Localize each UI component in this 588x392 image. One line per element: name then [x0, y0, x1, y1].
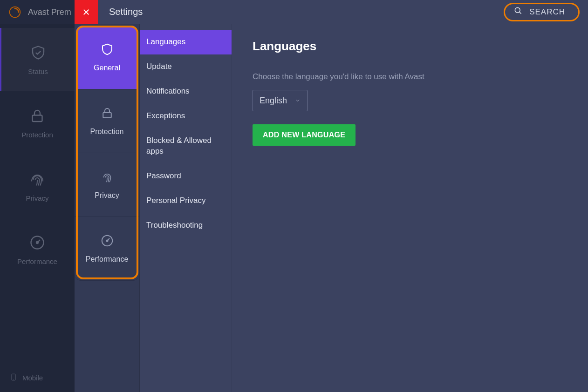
mobile-icon [9, 373, 18, 383]
lock-icon [100, 106, 114, 120]
settings-panel: Settings SEARCH General Protection Priva… [75, 0, 588, 392]
avast-logo-icon [8, 6, 21, 19]
category-label: Protection [90, 128, 123, 136]
subnav-troubleshooting[interactable]: Troubleshooting [140, 213, 232, 238]
content-description: Choose the language you'd like to use wi… [253, 72, 567, 81]
subnav-notifications[interactable]: Notifications [140, 79, 232, 104]
subnav-languages[interactable]: Languages [140, 30, 232, 54]
category-label: Performance [86, 255, 129, 264]
subnav-exceptions[interactable]: Exceptions [140, 104, 232, 128]
svg-rect-1 [33, 115, 42, 122]
lock-icon [29, 108, 46, 124]
category-label: General [94, 64, 120, 72]
mobile-label: Mobile [22, 374, 43, 382]
chevron-down-icon [295, 96, 301, 106]
main-sidebar-item-protection[interactable]: Protection [0, 91, 75, 155]
fingerprint-icon [29, 171, 46, 188]
svg-point-5 [515, 7, 520, 13]
close-button[interactable] [75, 0, 98, 24]
category-protection[interactable]: Protection [75, 89, 139, 153]
main-sidebar-item-status[interactable]: Status [0, 28, 75, 91]
settings-content: Languages Choose the language you'd like… [232, 24, 588, 392]
main-sidebar-item-privacy[interactable]: Privacy [0, 155, 75, 218]
main-sidebar-mobile[interactable]: Mobile [0, 364, 75, 392]
subnav-update[interactable]: Update [140, 54, 232, 79]
settings-subnav: Languages Update Notifications Exception… [140, 24, 232, 392]
language-select-value: English [260, 96, 287, 106]
search-button[interactable]: SEARCH [504, 3, 580, 21]
settings-category-column: General Protection Privacy Performance [75, 24, 140, 392]
main-sidebar: Status Protection Privacy Performance Mo… [0, 24, 75, 392]
svg-point-3 [36, 242, 38, 243]
search-icon [513, 6, 523, 18]
main-sidebar-label: Performance [17, 257, 57, 265]
subnav-personal-privacy[interactable]: Personal Privacy [140, 189, 232, 213]
main-sidebar-label: Protection [21, 131, 53, 139]
category-privacy[interactable]: Privacy [75, 153, 139, 217]
settings-title: Settings [109, 7, 143, 17]
fingerprint-icon [100, 170, 114, 184]
content-heading: Languages [253, 39, 567, 54]
main-sidebar-label: Privacy [26, 194, 48, 202]
shield-icon [100, 42, 114, 56]
main-sidebar-item-performance[interactable]: Performance [0, 218, 75, 281]
gauge-icon [29, 234, 46, 251]
svg-rect-6 [103, 113, 111, 118]
language-select[interactable]: English [253, 90, 308, 111]
category-label: Privacy [95, 191, 119, 200]
gauge-icon [100, 234, 114, 248]
product-name: Avast Prem [28, 7, 71, 17]
shield-check-icon [30, 44, 47, 61]
category-performance[interactable]: Performance [75, 217, 139, 281]
settings-body: General Protection Privacy Performance L… [75, 24, 588, 392]
category-general[interactable]: General [76, 26, 138, 89]
subnav-password[interactable]: Password [140, 164, 232, 189]
search-label: SEARCH [529, 7, 565, 17]
main-sidebar-label: Status [28, 68, 48, 75]
add-new-language-button[interactable]: ADD NEW LANGUAGE [253, 124, 356, 146]
svg-point-8 [106, 240, 108, 241]
subnav-blocked-allowed-apps[interactable]: Blocked & Allowed apps [140, 128, 232, 164]
settings-header: Settings SEARCH [75, 0, 588, 24]
